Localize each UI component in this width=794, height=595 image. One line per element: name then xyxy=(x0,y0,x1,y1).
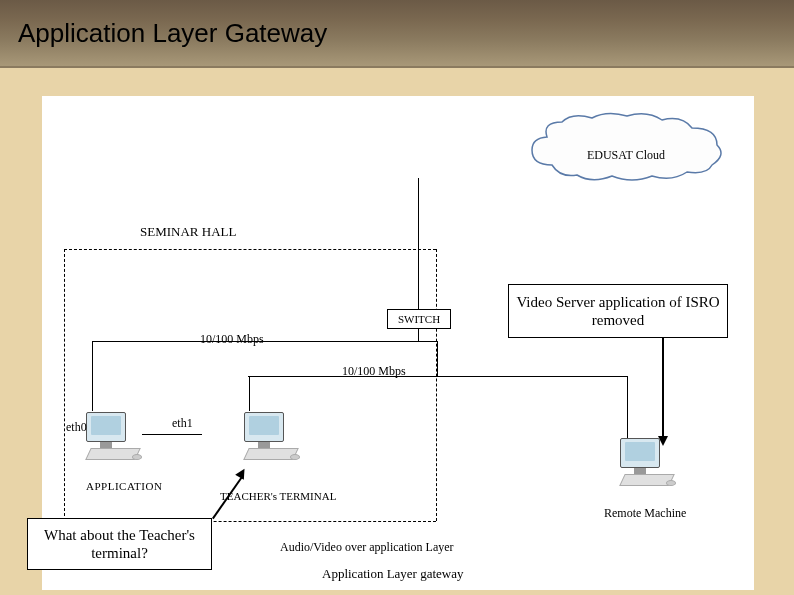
switch-drop xyxy=(418,329,419,341)
monitor-icon xyxy=(244,412,284,442)
line-cloud-to-switch xyxy=(418,178,419,309)
app-gateway-label: APPLICATION xyxy=(86,480,162,492)
teacher-terminal-label: TEACHER's TERMINAL xyxy=(220,490,336,502)
cloud-label: EDUSAT Cloud xyxy=(522,148,730,163)
mouse-icon xyxy=(132,454,142,460)
diagram-canvas: EDUSAT Cloud SEMINAR HALL SWITCH 10/100 … xyxy=(42,96,754,590)
seminar-hall-label: SEMINAR HALL xyxy=(140,224,236,240)
mouse-icon xyxy=(666,480,676,486)
title-bar: Application Layer Gateway xyxy=(0,0,794,68)
callout2-arrow-head xyxy=(235,466,249,480)
bus-line-1 xyxy=(92,341,437,342)
audio-video-label: Audio/Video over application Layer xyxy=(280,540,454,555)
eth1-label: eth1 xyxy=(172,416,193,431)
monitor-icon xyxy=(620,438,660,468)
seminar-box-right xyxy=(436,249,437,521)
computer-teacher xyxy=(238,412,298,466)
caption-label: Application Layer gateway xyxy=(322,566,464,582)
computer-app-gateway xyxy=(80,412,140,466)
callout1-arrow-line xyxy=(662,338,664,438)
speed-label-2: 10/100 Mbps xyxy=(342,364,406,379)
eth1-line xyxy=(142,434,202,435)
mouse-icon xyxy=(290,454,300,460)
drop-remote xyxy=(627,376,628,438)
edusat-cloud: EDUSAT Cloud xyxy=(522,110,730,186)
callout-video-text: Video Server application of ISRO removed xyxy=(509,293,727,329)
callout-video-server: Video Server application of ISRO removed xyxy=(508,284,728,338)
eth0-label: eth0 xyxy=(66,420,87,435)
speed-label-1: 10/100 Mbps xyxy=(200,332,264,347)
slide-title: Application Layer Gateway xyxy=(18,18,327,49)
bus-line-2 xyxy=(248,376,628,377)
monitor-icon xyxy=(86,412,126,442)
drop-appgw xyxy=(92,341,93,411)
seminar-box-left xyxy=(64,249,65,521)
computer-remote xyxy=(614,438,674,492)
remote-machine-label: Remote Machine xyxy=(604,506,686,521)
callout-teacher: What about the Teacher's terminal? xyxy=(27,518,212,570)
drop-teacher xyxy=(249,376,250,411)
switch-box: SWITCH xyxy=(387,309,451,329)
switch-label: SWITCH xyxy=(398,313,440,325)
seminar-box-top xyxy=(64,249,436,250)
bus-connector xyxy=(437,341,438,377)
callout-teacher-text: What about the Teacher's terminal? xyxy=(28,526,211,562)
